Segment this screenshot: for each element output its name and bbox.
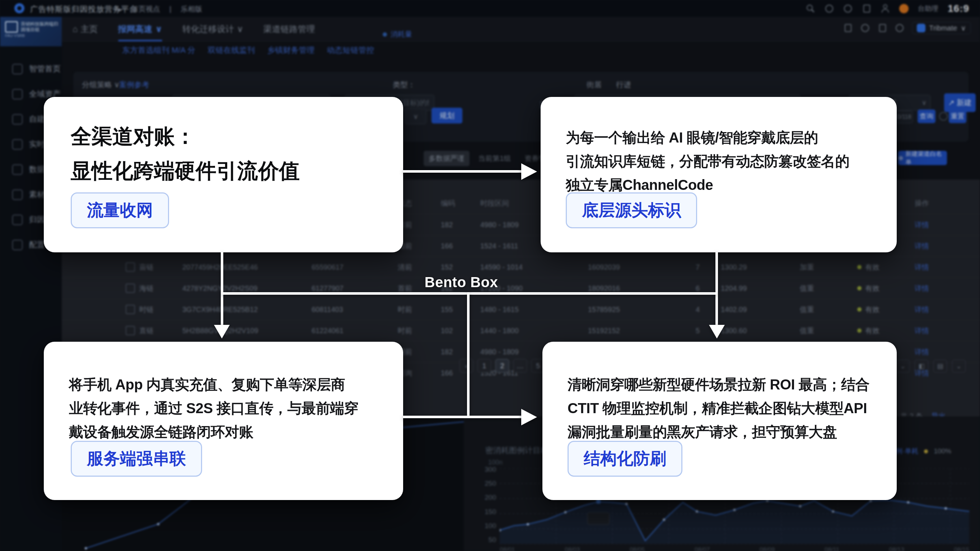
body-line: CTIT 物理监控机制，精准拦截企图钻大模型API xyxy=(568,396,869,420)
body-line: 业转化事件，通过 S2S 接口直传，与最前端穿 xyxy=(69,396,358,420)
arrow-head-right-icon xyxy=(521,163,537,180)
body-line: 引流知识库短链，分配带有动态防篡改签名的 xyxy=(566,149,850,173)
arrow-head-down-icon xyxy=(214,325,230,339)
card-title: 全渠道对账： 显性化跨端硬件引流价值 xyxy=(71,119,300,188)
badge-server-link: 服务端强串联 xyxy=(71,441,202,477)
body-line: 将手机 App 内真实充值、复购下单等深层商 xyxy=(69,373,358,396)
arrow-head-right-icon xyxy=(521,409,537,425)
arrow-card3-to-card4 xyxy=(403,416,521,418)
arrow-card2-to-card4 xyxy=(716,252,718,326)
bento-box-label: Bento Box xyxy=(402,274,520,290)
bento-card-antifraud: 清晰洞穿哪些新型硬件场景拉新 ROI 最高；结合CTIT 物理监控机制，精准拦截… xyxy=(542,342,897,500)
badge-source-id: 底层源头标识 xyxy=(566,193,697,228)
badge-traffic-net: 流量收网 xyxy=(71,193,169,228)
body-line: 为每一个输出给 AI 眼镜/智能穿戴底层的 xyxy=(566,126,850,149)
card-body: 将手机 App 内真实充值、复购下单等深层商业转化事件，通过 S2S 接口直传，… xyxy=(69,373,358,444)
arrow-card1-to-card2 xyxy=(403,170,521,173)
body-line: 清晰洞穿哪些新型硬件场景拉新 ROI 最高；结合 xyxy=(568,373,869,396)
badge-anti-fraud: 结构化防刷 xyxy=(568,441,682,477)
bento-card-channelcode: 为每一个输出给 AI 眼镜/智能穿戴底层的引流知识库短链，分配带有动态防篡改签名… xyxy=(541,97,897,252)
bento-card-traffic: 全渠道对账： 显性化跨端硬件引流价值 流量收网 xyxy=(44,97,403,252)
body-line: 漏洞批量刷量的黑灰产请求，担守预算大盘 xyxy=(568,420,869,444)
arrow-card1-to-card3 xyxy=(221,252,223,326)
screen: 广告特斯版归因投放营务平台 ▸ 首页视点 | 乐相版 台助理 16:9 xyxy=(0,0,980,551)
arrow-head-down-icon xyxy=(709,325,725,339)
connector-center-drop xyxy=(467,292,469,417)
card-body: 清晰洞穿哪些新型硬件场景拉新 ROI 最高；结合CTIT 物理监控机制，精准拦截… xyxy=(568,373,869,444)
bento-card-s2s: 将手机 App 内真实充值、复购下单等深层商业转化事件，通过 S2S 接口直传，… xyxy=(44,342,403,500)
bento-overlay: 全渠道对账： 显性化跨端硬件引流价值 流量收网 为每一个输出给 AI 眼镜/智能… xyxy=(0,0,980,551)
body-line: 戴设备触发源全链路闭环对账 xyxy=(69,420,358,444)
card-body: 为每一个输出给 AI 眼镜/智能穿戴底层的引流知识库短链，分配带有动态防篡改签名… xyxy=(566,126,850,197)
